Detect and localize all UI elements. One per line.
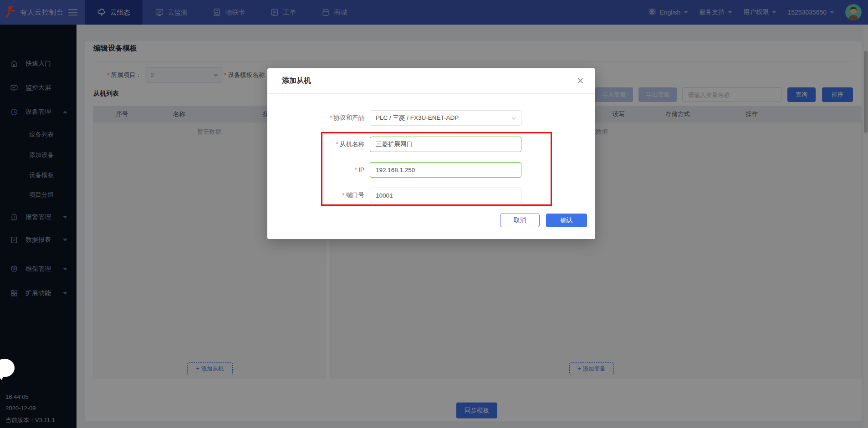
slave-name-label: *从机名称 [267,137,364,152]
required-mark: * [330,114,332,121]
port-label: *端口号 [267,188,364,203]
required-mark: * [355,166,357,173]
confirm-button[interactable]: 确认 [546,214,587,227]
port-input[interactable] [370,188,521,203]
protocol-label: *协议和产品 [267,110,364,126]
app-root: 有人云控制台 云组态 云监测 物联卡 工单 商城 [0,0,868,428]
chevron-down-icon [511,116,516,121]
slave-name-input[interactable] [370,137,521,152]
ip-input[interactable] [370,162,521,178]
modal-title: 添加从机 [282,76,311,86]
cancel-button[interactable]: 取消 [500,214,540,227]
ip-label: *IP [267,162,364,178]
protocol-select[interactable]: PLC / 三菱 / FX3U-ENET-ADP [370,110,521,126]
required-mark: * [336,141,338,148]
close-icon[interactable] [576,76,585,85]
divider [267,93,595,94]
required-mark: * [342,192,344,199]
add-slave-modal: 添加从机 *协议和产品 PLC / 三菱 / FX3U-ENET-ADP *从机… [267,68,595,239]
protocol-select-value: PLC / 三菱 / FX3U-ENET-ADP [376,114,459,121]
